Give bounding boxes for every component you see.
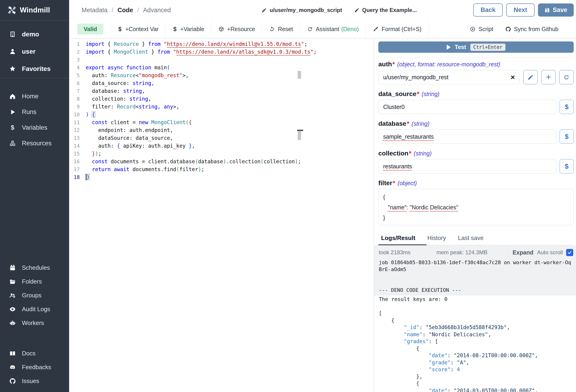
tab-logs-result[interactable]: Logs/Result <box>378 231 421 245</box>
sidebar-item-demo[interactable]: demo <box>0 26 69 43</box>
sidebar-workspace-group: demouserFavorites <box>0 26 69 77</box>
toolbar-format-ctrl-s[interactable]: Format (Ctrl+S) <box>366 20 429 38</box>
code-line-3[interactable]: 3 <box>69 56 374 64</box>
code-line-4[interactable]: 4export async function main( <box>69 64 374 71</box>
code-line-18[interactable]: 18} <box>69 173 374 181</box>
log-line: job 01864b05-8033-b136-1def-f30c48ac7c28… <box>379 259 573 273</box>
dollar-icon: $ <box>117 26 122 32</box>
editor-scrollbar-thumb[interactable] <box>298 131 301 140</box>
clear-icon[interactable]: × <box>511 74 515 81</box>
line-number: 17 <box>69 167 80 172</box>
insert-variable-button[interactable]: $ <box>560 129 574 144</box>
sidebar-item-groups[interactable]: Groups <box>0 288 69 302</box>
sidebar-item-docs[interactable]: Docs <box>0 346 69 360</box>
code-line-7[interactable]: 7 database: string, <box>69 87 374 95</box>
code-line-5[interactable]: 5 auth: Resource<"mongodb_rest">, <box>69 71 374 79</box>
toolbar-variable[interactable]: $+Variable <box>165 20 211 38</box>
home-icon <box>9 93 16 100</box>
app-title: Windmill <box>20 6 50 14</box>
code-line-2[interactable]: 2import { MongoClient } from "https://de… <box>69 48 374 56</box>
text-cursor <box>86 174 86 180</box>
script-summary-edit[interactable]: Query the Example... <box>354 7 417 13</box>
sidebar-item-home[interactable]: Home <box>0 88 69 104</box>
tab-history[interactable]: History <box>421 231 452 245</box>
script-path: u/user/my_mongodb_script <box>270 7 342 13</box>
breadcrumb-advanced[interactable]: Advanced <box>143 7 171 14</box>
sidebar-item-resources[interactable]: Resources <box>0 136 69 151</box>
sidebar-item-user[interactable]: user <box>0 43 69 60</box>
code-line-16[interactable]: 16 const documents = client.database(dat… <box>69 158 374 165</box>
sidebar-item-folders[interactable]: Folders <box>0 275 69 288</box>
insert-variable-button[interactable]: $ <box>560 159 574 173</box>
sidebar-item-audit-logs[interactable]: Audit Logs <box>0 302 69 316</box>
field-collection: collection*(string)restaurants$ <box>378 150 574 173</box>
line-number: 5 <box>69 73 80 78</box>
plus-icon: + <box>546 73 551 81</box>
breadcrumb-code[interactable]: Code <box>117 7 133 14</box>
refresh-resource-button[interactable] <box>559 70 574 84</box>
sidebar-item-runs[interactable]: Runs <box>0 104 69 120</box>
result-line: "score": 4 <box>379 366 573 373</box>
code-line-12[interactable]: 12 endpoint: auth.endpoint, <box>69 126 374 134</box>
discord-icon <box>9 364 16 371</box>
line-number: 11 <box>69 119 80 125</box>
collection-input[interactable]: restaurants <box>378 159 556 173</box>
user-icon <box>9 48 16 55</box>
script-path-edit[interactable]: u/user/my_mongodb_script <box>261 7 342 13</box>
toolbar-right-items: ScriptSync from Github <box>464 20 565 38</box>
breadcrumb-metadata[interactable]: Metadata <box>82 7 108 14</box>
top-header: Metadata / Code / Advanced u/user/my_mon… <box>69 0 576 21</box>
cubes-icon <box>9 140 16 147</box>
result-line: "name": "Nordic Delicacies", <box>379 331 573 338</box>
expand-button[interactable]: Expand <box>513 249 533 256</box>
line-number: 6 <box>69 80 80 86</box>
code-line-15[interactable]: 15 }); <box>69 150 374 158</box>
code-line-14[interactable]: 14 auth: { apiKey: auth.api_key }, <box>69 142 374 150</box>
tab-last-save[interactable]: Last save <box>452 231 490 245</box>
auth-input[interactable]: u/user/my_mongodb_rest× <box>378 70 520 84</box>
test-button[interactable]: Test Ctrl+Enter <box>378 41 574 53</box>
code-line-17[interactable]: 17 return await documents.find(filter); <box>69 165 374 173</box>
toolbar-assistant[interactable]: Assistant(Deno) <box>300 20 366 38</box>
add-resource-button[interactable]: + <box>541 70 556 84</box>
code-line-1[interactable]: 1import { Resource } from "https://deno.… <box>69 40 374 48</box>
code-line-11[interactable]: 11 const client = new MongoClient({ <box>69 118 374 126</box>
back-button[interactable]: Back <box>473 3 503 17</box>
editor-scrollbar-thumb[interactable] <box>298 71 301 79</box>
next-button[interactable]: Next <box>506 3 535 17</box>
sidebar-item-variables[interactable]: $Variables <box>0 120 69 136</box>
github-icon <box>9 378 16 384</box>
code-line-9[interactable]: 9 filter: Record<string, any>, <box>69 103 374 111</box>
insert-variable-button[interactable]: $ <box>560 100 574 114</box>
toolbar-script[interactable]: Script <box>464 20 499 38</box>
toolbar-resource[interactable]: +Resource <box>211 20 262 38</box>
breadcrumb-separator: / <box>137 7 139 14</box>
edit-resource-button[interactable] <box>523 70 538 84</box>
filter-json-input[interactable]: { "name": "Nordic Delicacies"} <box>378 189 574 225</box>
code-line-10[interactable]: 10) { <box>69 111 374 118</box>
sidebar-item-favorites[interactable]: Favorites <box>0 60 69 77</box>
run-panel: Test Ctrl+Enter auth*(object, format: re… <box>374 38 576 392</box>
code-line-6[interactable]: 6 data_source: string, <box>69 79 374 87</box>
sidebar-item-workers[interactable]: Workers <box>0 316 69 330</box>
toolbar-reset[interactable]: Reset <box>262 20 300 38</box>
sidebar-item-feedbacks[interactable]: Feedbacks <box>0 360 69 374</box>
autoscroll-checkbox[interactable] <box>566 249 573 256</box>
windmill-home-link[interactable]: Windmill <box>0 0 69 21</box>
target-icon <box>470 26 476 32</box>
data_source-input[interactable]: Cluster0 <box>378 100 556 114</box>
sidebar-item-issues[interactable]: Issues <box>0 374 69 388</box>
database-input[interactable]: sample_restaurants <box>378 129 556 144</box>
toolbar-sync-from-github[interactable]: Sync from Github <box>499 20 565 38</box>
sidebar-item-schedules[interactable]: Schedules <box>0 261 69 275</box>
save-button[interactable]: Save <box>538 3 574 17</box>
code-line-8[interactable]: 8 collection: string, <box>69 95 374 103</box>
code-editor[interactable]: 1import { Resource } from "https://deno.… <box>69 38 374 392</box>
code-line-13[interactable]: 13 dataSource: data_source, <box>69 134 374 142</box>
star-icon <box>9 65 16 72</box>
line-number: 2 <box>69 49 80 55</box>
toolbar-context-var[interactable]: $+Context Var <box>110 20 165 38</box>
line-number: 3 <box>69 57 80 63</box>
breadcrumb-separator: / <box>112 7 114 14</box>
pencil-icon <box>261 8 267 13</box>
